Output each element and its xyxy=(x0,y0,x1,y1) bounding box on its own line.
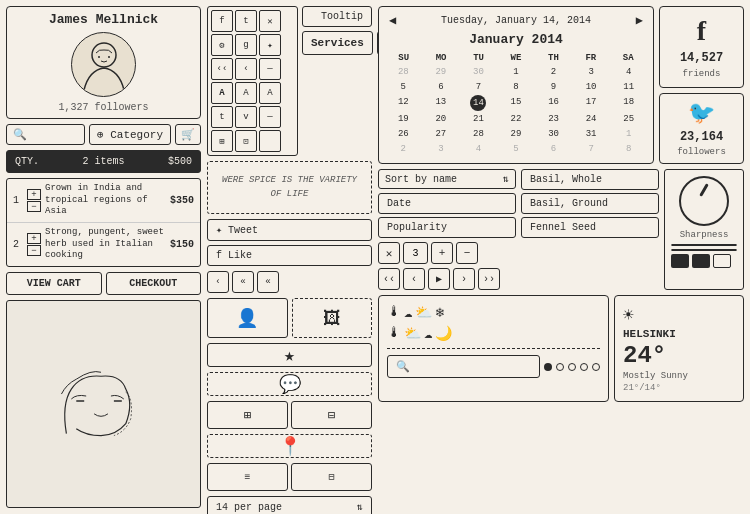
sharpness-box: Sharpness xyxy=(664,169,744,290)
dot-4[interactable] xyxy=(580,363,588,371)
icon-grid: f t ✕ ⚙ g ✦ ‹‹ ‹ — A A A xyxy=(207,6,298,156)
nav-prev2-btn[interactable]: « xyxy=(232,271,254,293)
item-1-increment[interactable]: + xyxy=(27,189,41,200)
qty-minus-btn[interactable]: − xyxy=(456,242,478,264)
filter-date[interactable]: Date xyxy=(378,193,516,214)
item-2-decrement[interactable]: − xyxy=(27,245,41,256)
page-1[interactable]: ▶ xyxy=(428,268,450,290)
color-dark xyxy=(671,254,689,268)
filter-section: Sort by name ⇅ Date Popularity ✕ + − xyxy=(378,169,516,290)
today-cell[interactable]: 14 xyxy=(470,95,486,111)
snow-lg-icon: ❄ xyxy=(435,304,443,321)
bottom-search-row: 🔍 xyxy=(387,355,600,378)
grid-4-icon[interactable]: ⊞ xyxy=(207,401,288,429)
tumblr-icon-btn[interactable]: t xyxy=(211,106,233,128)
list-view-1[interactable]: ≡ xyxy=(207,463,288,491)
minus-icon-btn[interactable]: — xyxy=(259,58,281,80)
google-icon-btn[interactable]: g xyxy=(235,34,257,56)
vine-icon-btn[interactable]: v xyxy=(235,106,257,128)
text-a-icon-btn[interactable]: A xyxy=(211,82,233,104)
star-small-icon-btn[interactable]: ✦ xyxy=(259,34,281,56)
checkout-button[interactable]: CHECKOUT xyxy=(106,272,202,295)
color-empty xyxy=(713,254,731,268)
cart-buttons: VIEW CART CHECKOUT xyxy=(6,272,201,295)
sort-row: Sort by name ⇅ xyxy=(378,169,516,189)
dashed-divider xyxy=(387,348,600,349)
item-1-decrement[interactable]: − xyxy=(27,201,41,212)
settings-icon-btn[interactable]: ⚙ xyxy=(211,34,233,56)
spice-basil-whole[interactable]: Basil, Whole xyxy=(521,169,659,190)
qty-plus-btn[interactable]: + xyxy=(431,242,453,264)
services-button[interactable]: Services xyxy=(302,31,373,55)
cloud-lg-icon: ☁ xyxy=(404,304,412,321)
cart-items: 1 + − Grown in India and tropical region… xyxy=(6,178,201,267)
twitter-icon-btn[interactable]: t xyxy=(235,10,257,32)
nav-prev-btn[interactable]: ‹ xyxy=(207,271,229,293)
cal-day-header: SU MO TU WE TH FR SA xyxy=(385,53,647,63)
item-2-increment[interactable]: + xyxy=(27,233,41,244)
view-cart-button[interactable]: VIEW CART xyxy=(6,272,102,295)
partly-cloud2-lg-icon: ⛅ xyxy=(404,325,421,342)
grid-9-icon[interactable]: ⊟ xyxy=(291,401,372,429)
text-aa-icon-btn[interactable]: A xyxy=(235,82,257,104)
nav-prev3-btn[interactable]: « xyxy=(257,271,279,293)
location-icon-box[interactable]: 📍 xyxy=(207,434,372,458)
page-next[interactable]: › xyxy=(453,268,475,290)
facebook-card: f 14,527 friends xyxy=(659,6,744,88)
quantity-input[interactable] xyxy=(403,242,428,264)
weather-icons-large-2: 🌡 ⛅ ☁ 🌙 xyxy=(387,325,600,342)
prev-icon-btn[interactable]: ‹‹ xyxy=(211,58,233,80)
cal-next-btn[interactable]: ▶ xyxy=(632,13,647,28)
tooltip-label: Tooltip xyxy=(302,6,372,27)
close-icon-btn[interactable]: ✕ xyxy=(259,10,281,32)
sharpness-knob[interactable] xyxy=(679,176,729,226)
cart-icon[interactable]: 🛒 xyxy=(175,124,201,145)
search-box[interactable]: 🔍 xyxy=(6,124,85,145)
grid2-icon-btn[interactable]: ⊡ xyxy=(235,130,257,152)
per-page-selector[interactable]: 14 per page ⇅ xyxy=(207,496,372,514)
cal-grid: 28 29 30 1 2 3 4 5 6 7 8 9 10 11 12 xyxy=(385,65,647,156)
cal-top-label: Tuesday, January 14, 2014 xyxy=(441,15,591,26)
font-icon-btn[interactable]: A xyxy=(259,82,281,104)
dot-5[interactable] xyxy=(592,363,600,371)
therm-icon: 🌡 xyxy=(387,304,401,321)
image-icon-box[interactable]: 🖼 xyxy=(292,298,373,338)
like-button[interactable]: f Like xyxy=(207,245,372,266)
list-view-2[interactable]: ⊟ xyxy=(291,463,372,491)
helsinki-range: 21°/14° xyxy=(623,383,735,393)
bottom-search-input[interactable]: 🔍 xyxy=(387,355,540,378)
cart-item: 2 + − Strong, pungent, sweet herb used i… xyxy=(7,223,200,266)
filter-popularity[interactable]: Popularity xyxy=(378,217,516,238)
star-icon-box[interactable]: ★ xyxy=(207,343,372,367)
spice-fennel[interactable]: Fennel Seed xyxy=(521,217,659,238)
dot-1[interactable] xyxy=(544,363,552,371)
dash-icon-btn[interactable]: — xyxy=(259,106,281,128)
tweet-button[interactable]: ✦ Tweet xyxy=(207,219,372,241)
fb-count: 14,527 xyxy=(680,51,723,65)
therm2-icon: 🌡 xyxy=(387,325,401,342)
cal-prev-btn[interactable]: ◀ xyxy=(385,13,400,28)
grid1-icon-btn[interactable]: ⊞ xyxy=(211,130,233,152)
person-icon-box[interactable]: 👤 xyxy=(207,298,288,338)
item-1-price: $350 xyxy=(170,195,194,206)
quantity-row: ✕ + − xyxy=(378,242,516,264)
back-icon-btn[interactable]: ‹ xyxy=(235,58,257,80)
cal-month-label: January 2014 xyxy=(385,32,647,47)
page-next2[interactable]: ›› xyxy=(478,268,500,290)
search-icon: 🔍 xyxy=(13,128,27,141)
sort-select[interactable]: Sort by name ⇅ xyxy=(378,169,516,189)
category-button[interactable]: ⊕ Category xyxy=(89,124,171,145)
nav-arrows: ‹ « « xyxy=(207,271,372,293)
dot-2[interactable] xyxy=(556,363,564,371)
spice-basil-ground[interactable]: Basil, Ground xyxy=(521,193,659,214)
page-prev2[interactable]: ‹ xyxy=(403,268,425,290)
qty-close-btn[interactable]: ✕ xyxy=(378,242,400,264)
empty-icon-btn[interactable] xyxy=(259,130,281,152)
dot-3[interactable] xyxy=(568,363,576,371)
facebook-icon-btn[interactable]: f xyxy=(211,10,233,32)
cloud2-lg-icon: ☁ xyxy=(424,325,432,342)
twitter-card: 🐦 23,164 followers xyxy=(659,93,744,164)
chat-icon-box[interactable]: 💬 xyxy=(207,372,372,396)
page-prev[interactable]: ‹‹ xyxy=(378,268,400,290)
cart-qty-value: 2 items xyxy=(82,156,124,167)
